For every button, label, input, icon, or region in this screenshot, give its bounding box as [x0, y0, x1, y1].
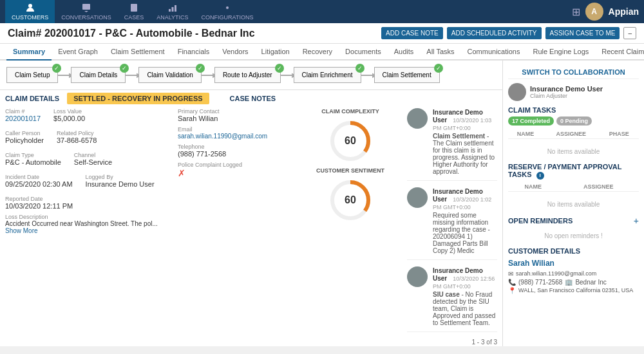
tab-communications[interactable]: Communications	[461, 44, 527, 61]
customer-details-section: CUSTOMER DETAILS Sarah Wilian ✉ sarah.wi…	[508, 247, 639, 294]
customer-phone-line: 📞 (988) 771-2568 🏢 Bednar Inc	[508, 279, 639, 286]
customer-company: Bednar Inc	[575, 279, 606, 286]
nav-item-configurations[interactable]: CONFIGURATIONS	[195, 0, 260, 23]
tab-claim-settlement[interactable]: Claim Settlement	[104, 44, 171, 61]
reported-date-field: Reported Date 10/03/2020 12:11 PM	[5, 196, 173, 210]
tab-audits[interactable]: Audits	[388, 44, 421, 61]
logged-by-field: Logged By Insurance Demo User	[86, 174, 155, 188]
claim-complexity-value: 60	[345, 135, 356, 147]
loss-value: $5,000.00	[53, 115, 85, 122]
customer-sentiment-gauge: 60	[299, 178, 402, 223]
open-reminders-section: OPEN REMINDERS + No open reminders !	[508, 216, 639, 243]
tasks-col-name: NAME	[508, 129, 543, 139]
add-scheduled-activity-button[interactable]: ADD SCHEDULED ACTIVITY	[447, 27, 542, 39]
svg-rect-6	[171, 7, 173, 12]
main-content: Claim Setup ✓ Claim Details ✓ Claim Vali…	[0, 61, 644, 346]
reminders-header: OPEN REMINDERS +	[508, 216, 639, 226]
logged-by-value: Insurance Demo User	[86, 180, 155, 188]
step-check-icon: ✓	[434, 64, 443, 73]
claim-number-value[interactable]: 202001017	[5, 115, 41, 122]
assign-case-to-me-button[interactable]: ASSIGN CASE TO ME	[545, 27, 620, 39]
tab-vendors[interactable]: Vendors	[216, 44, 254, 61]
collab-user: Insurance Demo User Claim Adjuster	[508, 83, 639, 101]
add-reminder-button[interactable]: +	[634, 216, 639, 226]
step-check-icon: ✓	[196, 64, 205, 73]
note-content-3: Insurance Demo User 10/3/2020 12:56 PM G…	[433, 266, 497, 326]
police-complaint-icon: ✗	[178, 168, 294, 178]
nav-item-cases[interactable]: CASES	[118, 0, 151, 23]
collab-user-name: Insurance Demo User	[530, 85, 603, 93]
email-value[interactable]: sarah.wilian.11990@gmail.com	[178, 133, 294, 140]
reserve-header-row: NAME ASSIGNEE	[508, 182, 639, 192]
collab-user-info: Insurance Demo User Claim Adjuster	[530, 85, 603, 99]
completed-badge: 17 Completed	[508, 116, 554, 126]
tab-financials[interactable]: Financials	[171, 44, 216, 61]
top-navigation: CUSTOMERS CONVERSATIONS CASES ANALYTICS …	[0, 0, 644, 23]
customer-sentiment-label: CUSTOMER SENTIMENT	[299, 167, 402, 174]
add-case-note-button[interactable]: ADD CASE NOTE	[381, 27, 443, 39]
svg-rect-1	[82, 4, 90, 10]
reminders-title: OPEN REMINDERS	[508, 217, 573, 225]
step-arrow-5	[361, 75, 374, 76]
note-pagination: 1 - 3 of 3	[407, 339, 497, 346]
svg-rect-7	[175, 5, 176, 12]
note-item-2: Insurance Demo User 10/3/2020 1:02 PM GM…	[407, 187, 497, 260]
channel-field: Channel Self-Service	[74, 152, 112, 166]
customer-address: WALL, San Francisco California 02351, US…	[518, 287, 633, 293]
collab-user-avatar	[508, 83, 526, 101]
tab-litigation[interactable]: Litigation	[255, 44, 296, 61]
claim-tasks-header: CLAIM TASKS	[508, 106, 639, 114]
customer-sentiment-value: 60	[345, 194, 356, 206]
content-area: Claim # 202001017 Loss Value $5,000.00 C…	[0, 106, 502, 346]
page-header: Claim# 202001017 - P&C - Automobile - Be…	[0, 23, 644, 44]
reserve-payment-table: NAME ASSIGNEE	[508, 182, 639, 192]
claim-number-field: Claim # 202001017	[5, 108, 41, 122]
loss-desc-field: Loss Description Accident Occurred near …	[5, 214, 173, 234]
tab-documents[interactable]: Documents	[339, 44, 388, 61]
svg-point-8	[226, 6, 229, 9]
step-check-icon: ✓	[120, 64, 129, 73]
grid-icon[interactable]: ⊞	[572, 6, 580, 18]
caller-value: Policyholder	[5, 136, 44, 144]
incident-row: Incident Date 09/25/2020 02:30 AM Logged…	[5, 174, 173, 192]
nav-item-analytics[interactable]: ANALYTICS	[150, 0, 194, 23]
reserve-col-name: NAME	[508, 182, 558, 192]
customer-email: sarah.wilian.11990@gmail.com	[516, 270, 596, 277]
claim-complexity-gauge: 60	[299, 118, 402, 163]
customer-name[interactable]: Sarah Wilian	[508, 259, 639, 268]
tab-recovery[interactable]: Recovery	[296, 44, 339, 61]
page-title: Claim# 202001017 - P&C - Automobile - Be…	[8, 28, 255, 39]
claim-type-row: Claim Type P&C - Automobile Channel Self…	[5, 152, 173, 170]
step-check-icon: ✓	[52, 64, 61, 73]
pending-badge: 0 Pending	[556, 116, 592, 126]
switch-collaboration-button[interactable]: SWITCH TO COLLABORATION	[508, 66, 639, 79]
svg-rect-2	[131, 4, 137, 12]
reminders-no-items: No open reminders !	[508, 228, 639, 243]
show-more-link[interactable]: Show More	[5, 227, 173, 234]
tab-recent-claims[interactable]: Recent Claims	[595, 44, 644, 61]
customer-phone: (988) 771-2568	[518, 279, 562, 286]
note-item-3: Insurance Demo User 10/3/2020 12:56 PM G…	[407, 266, 497, 332]
tab-event-graph[interactable]: Event Graph	[52, 44, 104, 61]
step-route-to-adjuster: Route to Adjuster ✓	[214, 67, 281, 83]
tab-rule-engine-logs[interactable]: Rule Engine Logs	[526, 44, 595, 61]
tab-summary[interactable]: Summary	[6, 44, 52, 61]
header-actions: ADD CASE NOTE ADD SCHEDULED ACTIVITY ASS…	[381, 27, 636, 39]
step-claim-setup: Claim Setup ✓	[6, 67, 58, 83]
customer-email-line: ✉ sarah.wilian.11990@gmail.com	[508, 270, 639, 277]
claim-tasks-table: NAME ASSIGNEE PHASE	[508, 129, 639, 139]
claim-top-row: Claim # 202001017 Loss Value $5,000.00	[5, 108, 173, 126]
user-avatar[interactable]: A	[585, 3, 603, 21]
nav-item-customers[interactable]: CUSTOMERS	[5, 0, 55, 23]
tab-all-tasks[interactable]: All Tasks	[420, 44, 460, 61]
more-options-button[interactable]: –	[623, 27, 636, 39]
workflow-section: Claim Setup ✓ Claim Details ✓ Claim Vali…	[0, 61, 502, 90]
incident-date-field: Incident Date 09/25/2020 02:30 AM	[5, 174, 73, 188]
step-claim-settlement: Claim Settlement ✓	[374, 67, 440, 83]
claim-tasks-header-row: NAME ASSIGNEE PHASE	[508, 129, 639, 139]
nav-item-conversations[interactable]: CONVERSATIONS	[55, 0, 117, 23]
status-banner: SETTLED - RECOVERY IN PROGRESS	[67, 93, 209, 104]
claim-complexity-label: CLAIM COMPLEXITY	[299, 108, 402, 115]
note-avatar-1	[407, 108, 428, 129]
note-content-1: Insurance Demo User 10/3/2020 1:03 PM GM…	[433, 108, 497, 175]
